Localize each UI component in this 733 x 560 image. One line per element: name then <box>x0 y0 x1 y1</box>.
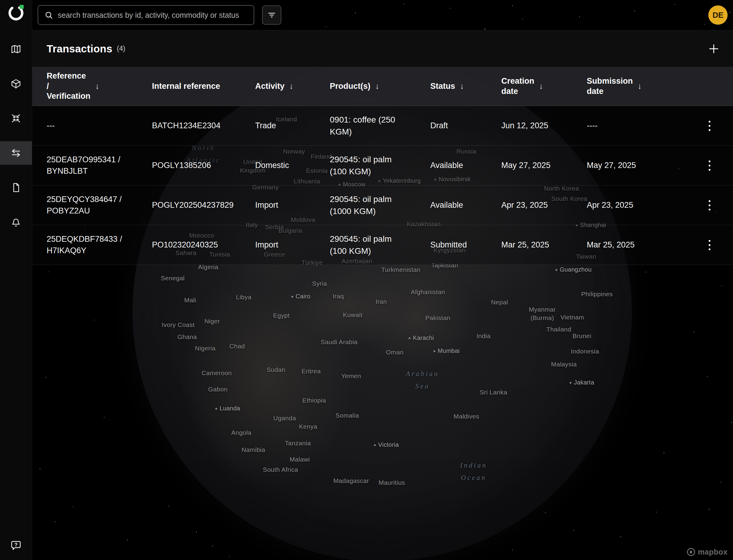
map-label: Indonesia <box>571 347 599 356</box>
map-label: Luanda <box>216 404 241 412</box>
cell-submission_date: Apr 23, 2025 <box>587 200 677 211</box>
sidebar-item-notifications[interactable] <box>0 210 32 234</box>
column-label: Product(s) <box>330 81 370 92</box>
kebab-icon <box>709 160 710 162</box>
kebab-icon <box>709 125 710 127</box>
spacer <box>677 205 698 205</box>
cell-activity: Import <box>255 200 330 211</box>
row-menu-button[interactable] <box>700 232 719 258</box>
bell-icon <box>11 217 21 228</box>
cell-submission_date: Mar 25, 2025 <box>587 239 677 251</box>
map-label: Cameroon <box>202 369 232 377</box>
map-label: Ivory Coast <box>162 321 195 329</box>
transactions-count: (4) <box>117 45 125 53</box>
map-label: Ghana <box>178 333 197 341</box>
cell-creation_date: Apr 23, 2025 <box>501 200 587 211</box>
search-input[interactable] <box>58 11 248 20</box>
kebab-icon <box>709 248 710 250</box>
row-menu-button[interactable] <box>700 113 719 138</box>
map-label: Madagascar <box>334 477 369 485</box>
kebab-icon <box>709 204 710 206</box>
map-label: Kenya <box>299 422 317 431</box>
map-label: Arabian Sea <box>406 368 439 393</box>
column-label: Submission date <box>587 76 633 97</box>
sidebar-item-products[interactable] <box>0 72 32 95</box>
cell-reference: 25DEQKDBF78433 / H7IKAQ6Y <box>47 234 152 257</box>
network-icon <box>11 113 21 124</box>
transaction-row[interactable]: 25DEQKDBF78433 / H7IKAQ6YPO102320240325I… <box>32 225 733 265</box>
map-label: Turkmenistan <box>381 266 420 274</box>
sidebar-nav <box>0 37 32 245</box>
sort-arrow-icon[interactable]: ↓ <box>95 82 100 91</box>
map-label: South Africa <box>263 465 298 474</box>
transaction-row[interactable]: 25DEAB7O995341 / BYNBJLBTPOGLY1385206Dom… <box>32 146 733 185</box>
map-label: Nepal <box>491 298 508 306</box>
kebab-icon <box>709 240 710 242</box>
transaction-row[interactable]: 25DEYQCY384647 / POBYZ2AUPOGLY2025042378… <box>32 185 733 225</box>
map-label: Gabon <box>208 385 228 394</box>
table-body: ---BATCH1234E2304Trade0901: coffee (250 … <box>32 106 733 265</box>
mapbox-logo[interactable]: mapbox <box>687 548 728 556</box>
package-icon <box>11 78 21 89</box>
cell-products: 290545: oil palm (1000 KGM) <box>330 193 430 217</box>
cell-internal_reference: PO102320240325 <box>152 239 255 251</box>
kebab-icon <box>709 121 710 123</box>
map-icon <box>11 44 21 54</box>
column-header-products[interactable]: Product(s)↓ <box>330 81 430 92</box>
sort-arrow-icon[interactable]: ↓ <box>375 82 379 91</box>
filter-button[interactable] <box>262 5 281 25</box>
map-label: Malawi <box>290 455 310 464</box>
map-label: Guangzhou <box>555 266 592 274</box>
column-header-creation_date[interactable]: Creation date↓ <box>501 76 587 97</box>
map-label: Mali <box>184 296 196 304</box>
row-menu-button[interactable] <box>700 153 719 178</box>
map-label: Vietnam <box>561 313 584 322</box>
transaction-row[interactable]: ---BATCH1234E2304Trade0901: coffee (250 … <box>32 106 733 146</box>
filter-icon <box>267 11 276 20</box>
document-icon <box>11 182 21 193</box>
sort-arrow-icon[interactable]: ↓ <box>638 82 642 91</box>
column-header-activity[interactable]: Activity↓ <box>255 81 330 92</box>
map-label: Tanzania <box>285 439 311 447</box>
sidebar-item-map[interactable] <box>0 37 32 61</box>
map-label: Oman <box>386 348 403 356</box>
add-transaction-button[interactable] <box>708 43 720 55</box>
map-label: Yemen <box>341 372 361 380</box>
column-header-reference[interactable]: Reference / Verification↓ <box>47 71 152 101</box>
search-icon <box>44 11 53 20</box>
brand-logo[interactable] <box>7 4 25 22</box>
cell-reference: 25DEYQCY384647 / POBYZ2AU <box>47 194 152 217</box>
cell-activity: Import <box>255 239 330 251</box>
map-label: Mauritius <box>378 478 405 487</box>
map-label: Afghanistan <box>411 288 445 296</box>
help-chat-icon: ? <box>10 540 22 552</box>
sort-arrow-icon[interactable]: ↓ <box>290 82 294 91</box>
map-label: Malaysia <box>551 360 576 369</box>
map-label: Indian Ocean <box>460 459 487 484</box>
map-label: Syria <box>312 279 327 288</box>
search-bar[interactable] <box>38 5 254 25</box>
sidebar-item-documents[interactable] <box>0 176 32 199</box>
cell-submission_date: May 27, 2025 <box>587 160 677 171</box>
map-label: Jakarta <box>570 378 594 387</box>
plus-icon <box>708 43 720 55</box>
map-label: Niger <box>204 317 220 325</box>
map-label: Libya <box>236 293 252 301</box>
row-menu-button[interactable] <box>700 193 719 218</box>
kebab-icon <box>709 244 710 246</box>
column-header-status[interactable]: Status↓ <box>430 81 501 92</box>
sort-arrow-icon[interactable]: ↓ <box>539 82 543 91</box>
sidebar-item-network[interactable] <box>0 107 32 130</box>
cell-reference: 25DEAB7O995341 / BYNBJLBT <box>47 154 152 177</box>
cell-reference: --- <box>47 120 152 132</box>
map-label: Ethiopia <box>303 396 326 405</box>
map-label: Karachi <box>408 334 434 342</box>
sidebar: ? <box>0 0 32 560</box>
map-label: Chad <box>229 342 245 350</box>
column-header-submission_date[interactable]: Submission date↓ <box>587 76 677 97</box>
spacer <box>698 86 721 86</box>
avatar[interactable]: DE <box>708 5 728 25</box>
sort-arrow-icon[interactable]: ↓ <box>460 82 464 91</box>
sidebar-item-help[interactable]: ? <box>10 540 22 552</box>
sidebar-item-transactions[interactable] <box>0 141 32 165</box>
